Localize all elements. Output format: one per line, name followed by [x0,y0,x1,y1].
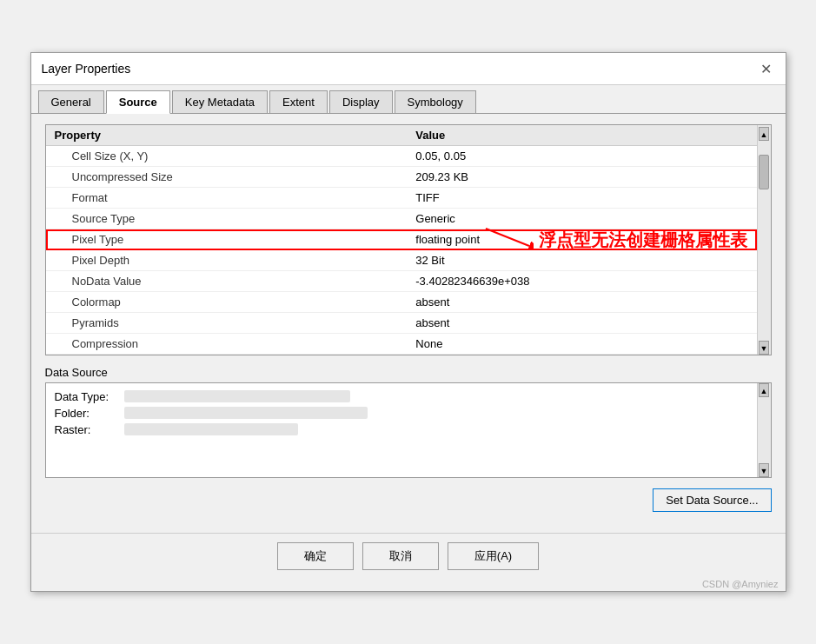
datasource-key-type: Data Type: [55,390,124,403]
table-row: Pixel Typefloating point [46,229,757,250]
cell-property: Format [46,188,408,209]
datasource-val-raster [124,423,298,435]
cell-value: None [407,334,756,355]
tab-extent[interactable]: Extent [269,90,328,113]
properties-table: Property Value Cell Size (X, Y)0.05, 0.0… [46,125,757,355]
cancel-button[interactable]: 取消 [362,542,439,570]
ds-scroll-down[interactable]: ▼ [759,463,769,477]
cell-value: 209.23 KB [407,167,756,188]
cell-property: Uncompressed Size [46,167,408,188]
scrollbar[interactable]: ▲ ▼ [757,125,771,355]
col-header-value: Value [407,125,756,146]
datasource-label: Data Source [45,366,772,379]
table-row: CompressionNone [46,334,757,355]
cell-value: 0.05, 0.05 [407,146,756,167]
table-row: Colormapabsent [46,292,757,313]
close-button[interactable]: ✕ [758,60,775,77]
set-datasource-button[interactable]: Set Data Source... [653,488,771,512]
cell-property: Source Type [46,209,408,229]
cell-property: NoData Value [46,271,408,292]
table-row: Pyramidsabsent [46,313,757,334]
cell-property: Pixel Type [46,229,408,250]
layer-properties-dialog: Layer Properties ✕ General Source Key Me… [30,52,786,592]
datasource-key-folder: Folder: [55,407,124,420]
table-row: Uncompressed Size209.23 KB [46,167,757,188]
table-row: Cell Size (X, Y)0.05, 0.05 [46,146,757,167]
table-row: NoData Value-3.40282346639e+038 [46,271,757,292]
cell-value: absent [407,292,756,313]
cell-value: absent [407,313,756,334]
tabs-bar: General Source Key Metadata Extent Displ… [31,85,786,114]
table-row: Pixel Depth32 Bit [46,250,757,271]
properties-wrapper: Property Value Cell Size (X, Y)0.05, 0.0… [45,124,772,355]
dialog-title: Layer Properties [42,62,131,76]
tab-general[interactable]: General [38,90,104,113]
cell-value: -3.40282346639e+038 [407,271,756,292]
datasource-scrollbar[interactable]: ▲ ▼ [757,383,771,477]
datasource-key-raster: Raster: [55,423,124,436]
cell-property: Pyramids [46,313,408,334]
cell-property: Pixel Depth [46,250,408,271]
datasource-row-type: Data Type: [55,390,753,403]
cell-value: floating point [407,229,756,250]
scrollbar-thumb[interactable] [759,155,769,189]
dialog-content: Property Value Cell Size (X, Y)0.05, 0.0… [31,114,786,533]
title-bar: Layer Properties ✕ [31,53,786,85]
datasource-val-folder [124,407,368,419]
ok-button[interactable]: 确定 [277,542,354,570]
cell-property: Colormap [46,292,408,313]
cell-property: Cell Size (X, Y) [46,146,408,167]
tab-symbology[interactable]: Symbology [395,90,476,113]
watermark: CSDN @Amyniez [31,577,786,591]
ds-scroll-up[interactable]: ▲ [759,383,769,397]
datasource-row-raster: Raster: [55,423,753,436]
tab-key-metadata[interactable]: Key Metadata [172,90,268,113]
datasource-box: Data Type: Folder: Raster: ▲ ▼ [45,382,772,478]
set-datasource-wrapper: Set Data Source... [45,488,772,512]
cell-value: TIFF [407,188,756,209]
footer-buttons: 确定 取消 应用(A) [31,533,786,577]
apply-button[interactable]: 应用(A) [448,542,539,570]
cell-value: Generic [407,209,756,229]
tab-source[interactable]: Source [106,90,170,114]
properties-section: Property Value Cell Size (X, Y)0.05, 0.0… [45,124,772,355]
datasource-row-folder: Folder: [55,407,753,420]
table-row: FormatTIFF [46,188,757,209]
table-row: Source TypeGeneric [46,209,757,229]
tab-display[interactable]: Display [329,90,393,113]
datasource-val-type [124,390,350,402]
datasource-section: Data Source Data Type: Folder: Raster: ▲ [45,366,772,478]
col-header-property: Property [46,125,408,146]
cell-property: Compression [46,334,408,355]
cell-value: 32 Bit [407,250,756,271]
